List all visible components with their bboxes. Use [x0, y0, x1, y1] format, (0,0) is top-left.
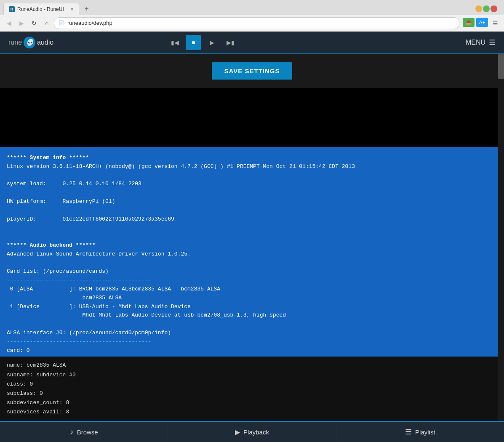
- terminal-line: Advanced Linux Sound Architecture Driver…: [7, 250, 497, 259]
- logo-icon: 💀: [24, 37, 35, 48]
- terminal-line: [7, 232, 497, 241]
- terminal-line: [7, 320, 497, 329]
- terminal-line: Mhdt Mhdt Labs Audio Device at usb-bcm27…: [7, 311, 497, 320]
- dark-terminal-line: subdevices_count: 8: [7, 398, 497, 407]
- dark-terminal-line: subclass: 0: [7, 389, 497, 398]
- address-text: runeaudio/dev.php: [67, 20, 112, 26]
- terminal-line: [7, 171, 497, 180]
- tab-title: RuneAudio - RuneUI: [17, 6, 67, 12]
- tab-bar: R RuneAudio - RuneUI × +: [0, 0, 504, 15]
- terminal-line: [7, 224, 497, 232]
- new-tab-button[interactable]: +: [81, 3, 93, 15]
- app-header: rune 💀 audio ▮◀ ■ ▶ ▶▮ MENU ☰: [0, 32, 504, 54]
- terminal-line: Card list: (/proc/asound/cards): [7, 267, 497, 276]
- logo-audio-text: audio: [37, 39, 53, 46]
- terminal-area: ****** System info ****** Linux version …: [0, 147, 504, 357]
- main-content: SAVE SETTINGS ****** System info ****** …: [0, 54, 504, 421]
- dark-terminal-line: subname: subdevice #0: [7, 370, 497, 380]
- nav-playback[interactable]: ▶ Playback: [168, 422, 336, 442]
- dark-terminal-line: class: 0: [7, 380, 497, 389]
- terminal-line: system load: 0.25 0.14 0.10 1/84 2203: [7, 180, 497, 189]
- play-button[interactable]: ▶: [204, 35, 219, 50]
- terminal-line: bcm2835 ALSA: [7, 294, 497, 303]
- playback-icon: ▶: [235, 428, 240, 436]
- browse-label: Browse: [77, 429, 98, 436]
- playlist-icon: ☰: [405, 427, 412, 437]
- dark-terminal-line: name: bcm2835 ALSA: [7, 361, 497, 370]
- logo: rune 💀 audio: [8, 37, 53, 48]
- menu-label[interactable]: MENU: [466, 39, 485, 46]
- terminal-line: ****** Audio backend ******: [7, 241, 497, 250]
- menu-icon[interactable]: ☰: [489, 38, 496, 47]
- terminal-line: [7, 206, 497, 215]
- browser-chrome: R RuneAudio - RuneUI × + ◀ ▶ ↻ ⌂ 📄 runea…: [0, 0, 504, 32]
- tab-close-button[interactable]: ×: [70, 6, 74, 12]
- terminal-line: 0 [ALSA ]: BRCM bcm2835 ALSbcm2835 ALSA …: [7, 285, 497, 294]
- tab-favicon: R: [9, 6, 15, 12]
- home-button[interactable]: ⌂: [41, 18, 52, 29]
- back-button[interactable]: ◀: [3, 18, 14, 29]
- terminal-line: playerID: 01ce22edff80022f9116a029273a35…: [7, 215, 497, 224]
- dark-terminal: name: bcm2835 ALSA subname: subdevice #0…: [0, 357, 504, 421]
- forward-button[interactable]: ▶: [16, 18, 27, 29]
- terminal-line: ALSA interface #0: (/proc/asound/card0/p…: [7, 329, 497, 338]
- lock-icon: 📄: [59, 20, 65, 26]
- minimize-button[interactable]: [475, 5, 482, 12]
- save-settings-button[interactable]: SAVE SETTINGS: [212, 62, 293, 80]
- nav-playlist[interactable]: ☰ Playlist: [336, 422, 504, 442]
- terminal-line: 1 [Device ]: USB-Audio - Mhdt Labs Audio…: [7, 303, 497, 312]
- bottom-nav: ♪ Browse ▶ Playback ☰ Playlist: [0, 421, 504, 442]
- playback-label: Playback: [243, 429, 269, 436]
- terminal-line: card: 0: [7, 346, 497, 355]
- playlist-label: Playlist: [415, 429, 435, 436]
- stop-button[interactable]: ■: [186, 35, 201, 50]
- menu-button[interactable]: ☰: [490, 18, 501, 29]
- browser-tab[interactable]: R RuneAudio - RuneUI ×: [3, 3, 79, 15]
- menu-area: MENU ☰: [466, 38, 496, 47]
- extension-1[interactable]: 📥: [463, 18, 475, 27]
- reload-button[interactable]: ↻: [29, 18, 40, 29]
- extension-2[interactable]: A+: [476, 18, 488, 27]
- browser-extensions: 📥 A+ ☰: [463, 18, 501, 29]
- close-button[interactable]: [491, 5, 497, 12]
- prev-button[interactable]: ▮◀: [167, 35, 182, 50]
- dark-terminal-line: subdevices_avail: 8: [7, 407, 497, 417]
- terminal-line: ****** System info ******: [7, 154, 497, 162]
- nav-browse[interactable]: ♪ Browse: [0, 422, 168, 442]
- terminal-line: Linux version 3.6.11-18-ARCH+ (nobody@) …: [7, 162, 497, 171]
- maximize-button[interactable]: [483, 5, 490, 12]
- terminal-line: [7, 189, 497, 197]
- black-area: [0, 88, 504, 147]
- browse-icon: ♪: [70, 428, 74, 437]
- nav-bar: ◀ ▶ ↻ ⌂ 📄 runeaudio/dev.php 📥 A+ ☰: [0, 15, 504, 31]
- address-bar[interactable]: 📄 runeaudio/dev.php: [54, 17, 459, 29]
- terminal-line: ----------------------------------------…: [7, 338, 497, 346]
- logo-rune-text: rune: [8, 39, 22, 46]
- scrollbar-thumb[interactable]: [498, 54, 504, 79]
- terminal-line: [7, 259, 497, 268]
- settings-area: SAVE SETTINGS: [0, 54, 504, 88]
- terminal-line: ----------------------------------------…: [7, 276, 497, 285]
- next-button[interactable]: ▶▮: [223, 35, 238, 50]
- player-controls: ▮◀ ■ ▶ ▶▮: [167, 35, 238, 50]
- scrollbar[interactable]: [498, 54, 504, 421]
- terminal-line: HW platform: RaspberryPi (01): [7, 197, 497, 206]
